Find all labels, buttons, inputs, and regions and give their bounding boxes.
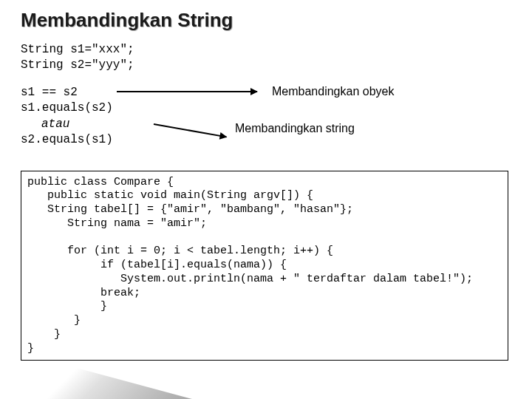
arrow-icon [154,123,227,137]
expr-eq: s1 == s2 [21,85,113,101]
decl-line-2: String s2="yyy"; [21,58,511,73]
expr-equals-1: s1.equals(s2) [21,100,113,117]
label-compare-object: Membandingkan obyek [272,85,394,98]
compare-expressions: s1 == s2 s1.equals(s2) atau s2.equals(s1… [21,85,113,149]
code-example: public class Compare { public static voi… [21,171,508,361]
slide-content: Membandingkan String String s1="xxx"; St… [0,0,532,361]
decl-line-1: String s1="xxx"; [21,42,511,58]
arrow-icon [117,91,257,92]
slide-title: Membandingkan String [21,9,511,32]
expr-equals-2: s2.equals(s1) [21,132,113,149]
string-declarations: String s1="xxx"; String s2="yyy"; [21,42,511,73]
compare-block: s1 == s2 s1.equals(s2) atau s2.equals(s1… [21,85,511,166]
expr-atau: atau [41,117,69,131]
label-compare-string: Membandingkan string [235,122,355,135]
